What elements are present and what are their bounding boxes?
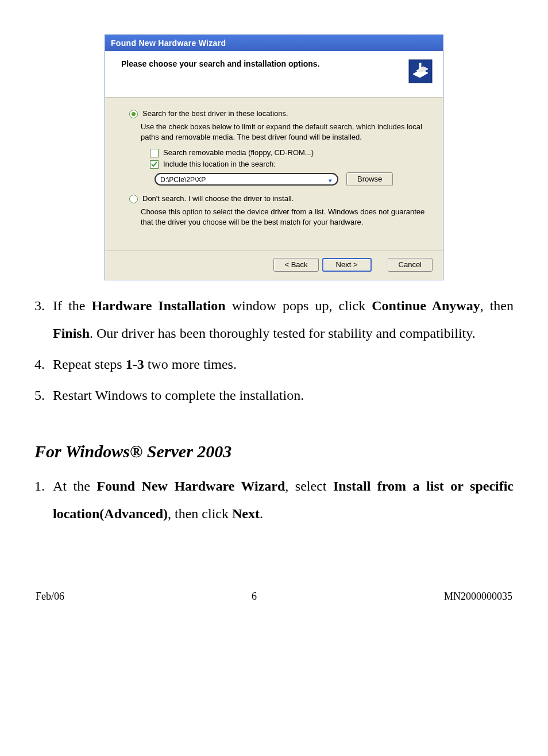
browse-button[interactable]: Browse (346, 172, 393, 186)
footer-date: Feb/06 (36, 591, 64, 603)
section-heading: For Windows® Server 2003 (34, 434, 514, 469)
wizard-titlebar: Found New Hardware Wizard (105, 35, 443, 51)
step-number: 1. (34, 472, 53, 527)
step-number: 4. (34, 350, 53, 378)
step-4: 4. Repeat steps 1-3 two more times. (34, 350, 514, 378)
radio-dont-search[interactable]: Don't search. I will choose the driver t… (129, 194, 433, 203)
cancel-button[interactable]: Cancel (388, 258, 433, 272)
location-path-combo[interactable]: D:\PCIe\2P\XP ▾ (155, 173, 338, 186)
step-number: 3. (34, 292, 53, 347)
wizard-header-text: Please choose your search and installati… (121, 59, 319, 68)
page-footer: Feb/06 6 MN2000000035 (34, 591, 514, 603)
footer-page-number: 6 (252, 591, 257, 603)
location-path-value: D:\PCIe\2P\XP (160, 176, 206, 184)
checkbox-removable-media[interactable]: Search removable media (floppy, CD-ROM..… (150, 148, 433, 157)
svg-rect-3 (419, 63, 421, 69)
footer-docid: MN2000000035 (444, 591, 512, 603)
opt1-description: Use the check boxes below to limit or ex… (141, 122, 433, 142)
radio-search-best[interactable]: Search for the best driver in these loca… (129, 109, 433, 118)
checkbox-unchecked-icon (150, 149, 159, 157)
step-3: 3. If the Hardware Installation window p… (34, 292, 514, 347)
server2003-step-1: 1. At the Found New Hardware Wizard, sel… (34, 472, 514, 527)
document-body: 3. If the Hardware Installation window p… (34, 292, 514, 527)
wizard-button-bar: < Back Next > Cancel (105, 250, 443, 280)
wizard-body: Search for the best driver in these loca… (105, 98, 443, 250)
wizard-window: Found New Hardware Wizard Please choose … (105, 34, 443, 280)
hardware-icon (408, 59, 433, 83)
back-button[interactable]: < Back (273, 258, 318, 272)
radio-dont-search-label: Don't search. I will choose the driver t… (142, 194, 294, 203)
wizard-title-text: Found New Hardware Wizard (111, 38, 226, 48)
chevron-down-icon[interactable]: ▾ (326, 176, 335, 185)
radio-search-best-label: Search for the best driver in these loca… (142, 109, 288, 118)
radio-icon (129, 110, 138, 118)
opt2-description: Choose this option to select the device … (141, 207, 433, 227)
wizard-header: Please choose your search and installati… (105, 51, 443, 98)
step-number: 5. (34, 381, 53, 409)
step-5: 5. Restart Windows to complete the insta… (34, 381, 514, 409)
checkbox-include-label: Include this location in the search: (163, 160, 276, 169)
next-button[interactable]: Next > (322, 258, 372, 272)
radio-icon (129, 195, 138, 203)
checkbox-removable-label: Search removable media (floppy, CD-ROM..… (163, 148, 314, 157)
checkbox-checked-icon (150, 160, 159, 169)
checkbox-include-location[interactable]: Include this location in the search: (150, 160, 433, 169)
